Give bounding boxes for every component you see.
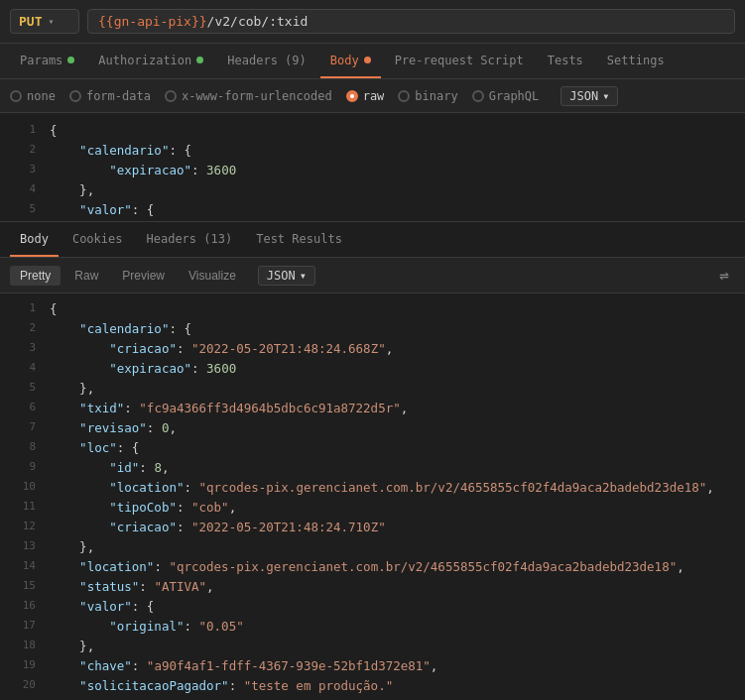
resp-line-9: 9 "id": 8, — [0, 458, 745, 478]
resp-line-3: 3 "criacao": "2022-05-20T21:48:24.668Z", — [0, 339, 745, 359]
tab-headers-label: Headers (9) — [227, 54, 306, 67]
resp-tab-cookies[interactable]: Cookies — [62, 222, 133, 257]
body-form-data[interactable]: form-data — [69, 89, 151, 103]
tab-pre-request[interactable]: Pre-request Script — [385, 44, 534, 78]
resp-line-11: 11 "tipoCob": "cob", — [0, 498, 745, 518]
tab-body-label: Body — [330, 54, 359, 67]
resp-line-8: 8 "loc": { — [0, 438, 745, 458]
body-none[interactable]: none — [10, 89, 56, 103]
resp-line-16: 16 "valor": { — [0, 597, 745, 617]
tab-tests[interactable]: Tests — [538, 44, 593, 78]
resp-json-chevron: ▾ — [300, 269, 307, 283]
body-dot — [364, 57, 371, 63]
response-tabs: Body Cookies Headers (13) Test Results — [0, 222, 745, 258]
req-line-4: 4 }, — [0, 180, 745, 200]
radio-graphql — [472, 90, 484, 102]
resp-line-5: 5 }, — [0, 379, 745, 399]
resp-line-21: 21 } — [0, 696, 745, 700]
resp-line-17: 17 "original": "0.05" — [0, 617, 745, 637]
url-path: /v2/cob/:txid — [207, 14, 309, 29]
radio-binary — [398, 90, 410, 102]
params-dot — [67, 57, 74, 63]
req-line-2: 2 "calendario": { — [0, 141, 745, 161]
body-urlencoded[interactable]: x-www-form-urlencoded — [165, 89, 332, 103]
method-chevron-icon: ▾ — [48, 16, 54, 27]
resp-tab-body-label: Body — [20, 232, 49, 246]
body-graphql[interactable]: GraphQL — [472, 89, 540, 103]
method-label: PUT — [19, 14, 42, 29]
json-selector-chevron: ▾ — [602, 89, 609, 103]
tab-tests-label: Tests — [548, 54, 583, 67]
request-tabs: Params Authorization Headers (9) Body Pr… — [0, 44, 745, 79]
resp-tab-body[interactable]: Body — [10, 222, 59, 257]
resp-json-label: JSON — [267, 269, 296, 283]
resp-line-19: 19 "chave": "a90f4af1-fdff-4367-939e-52b… — [0, 656, 745, 676]
wrap-icon[interactable]: ⇌ — [713, 264, 735, 287]
fmt-preview[interactable]: Preview — [112, 266, 175, 286]
authorization-dot — [196, 57, 203, 63]
resp-line-13: 13 }, — [0, 537, 745, 557]
body-type-bar: none form-data x-www-form-urlencoded raw… — [0, 79, 745, 113]
tab-headers[interactable]: Headers (9) — [217, 44, 315, 78]
tab-authorization-label: Authorization — [98, 54, 191, 67]
fmt-raw[interactable]: Raw — [64, 266, 108, 286]
resp-line-2: 2 "calendario": { — [0, 319, 745, 339]
radio-none — [10, 90, 22, 102]
tab-params[interactable]: Params — [10, 44, 84, 78]
body-binary[interactable]: binary — [398, 89, 457, 103]
resp-json-selector[interactable]: JSON ▾ — [258, 266, 315, 286]
resp-line-1: 1 { — [0, 299, 745, 319]
req-line-5: 5 "valor": { — [0, 200, 745, 220]
response-code-area[interactable]: 1 { 2 "calendario": { 3 "criacao": "2022… — [0, 293, 745, 700]
req-line-1: 1 { — [0, 121, 745, 141]
resp-tab-test-results[interactable]: Test Results — [246, 222, 352, 257]
body-graphql-label: GraphQL — [489, 89, 540, 103]
body-form-data-label: form-data — [86, 89, 151, 103]
body-urlencoded-label: x-www-form-urlencoded — [182, 89, 332, 103]
request-code-area[interactable]: 1 { 2 "calendario": { 3 "expiracao": 360… — [0, 113, 745, 222]
url-bar: PUT ▾ {{gn-api-pix}}/v2/cob/:txid — [0, 0, 745, 44]
radio-urlencoded — [165, 90, 177, 102]
resp-line-14: 14 "location": "qrcodes-pix.gerencianet.… — [0, 557, 745, 577]
url-base: {{gn-api-pix}} — [98, 14, 207, 29]
fmt-visualize[interactable]: Visualize — [179, 266, 246, 286]
url-display[interactable]: {{gn-api-pix}}/v2/cob/:txid — [87, 9, 735, 34]
body-binary-label: binary — [415, 89, 457, 103]
tab-body[interactable]: Body — [320, 44, 381, 78]
resp-line-18: 18 }, — [0, 637, 745, 656]
resp-line-20: 20 "solicitacaoPagador": "teste em produ… — [0, 676, 745, 696]
resp-tab-test-results-label: Test Results — [256, 232, 342, 246]
body-raw-label: raw — [363, 89, 385, 103]
radio-raw — [346, 90, 358, 102]
resp-line-15: 15 "status": "ATIVA", — [0, 577, 745, 597]
fmt-pretty[interactable]: Pretty — [10, 266, 61, 286]
radio-form-data — [69, 90, 81, 102]
response-section: Body Cookies Headers (13) Test Results P… — [0, 222, 745, 700]
resp-line-12: 12 "criacao": "2022-05-20T21:48:24.710Z" — [0, 518, 745, 537]
json-selector-label: JSON — [569, 89, 598, 103]
resp-line-4: 4 "expiracao": 3600 — [0, 359, 745, 379]
body-none-label: none — [27, 89, 56, 103]
resp-line-6: 6 "txid": "fc9a4366ff3d4964b5dbc6c91a872… — [0, 399, 745, 418]
method-selector[interactable]: PUT ▾ — [10, 9, 79, 34]
tab-params-label: Params — [20, 54, 62, 67]
resp-format-bar: Pretty Raw Preview Visualize JSON ▾ ⇌ — [0, 258, 745, 293]
tab-authorization[interactable]: Authorization — [88, 44, 213, 78]
tab-settings-label: Settings — [607, 54, 665, 67]
resp-line-7: 7 "revisao": 0, — [0, 418, 745, 438]
tab-settings[interactable]: Settings — [597, 44, 675, 78]
tab-pre-request-label: Pre-request Script — [395, 54, 524, 67]
body-raw[interactable]: raw — [346, 89, 385, 103]
resp-tab-headers-label: Headers (13) — [146, 232, 232, 246]
resp-line-10: 10 "location": "qrcodes-pix.gerencianet.… — [0, 478, 745, 498]
req-line-3: 3 "expiracao": 3600 — [0, 161, 745, 180]
json-selector[interactable]: JSON ▾ — [560, 86, 618, 106]
resp-tab-headers[interactable]: Headers (13) — [136, 222, 242, 257]
resp-tab-cookies-label: Cookies — [72, 232, 123, 246]
